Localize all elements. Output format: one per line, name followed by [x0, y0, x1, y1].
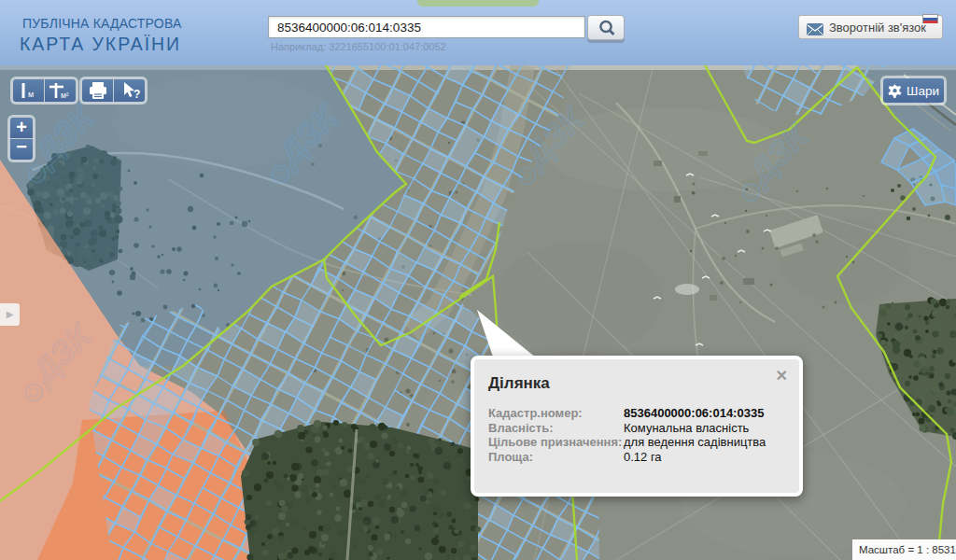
svg-text:м²: м² [61, 91, 69, 100]
svg-text:м: м [28, 90, 34, 99]
svg-text:?: ? [134, 88, 140, 101]
